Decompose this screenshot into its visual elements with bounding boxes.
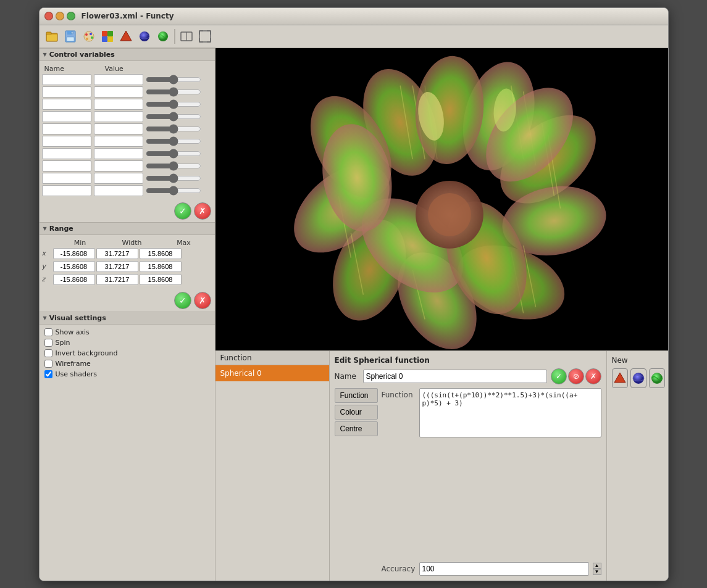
cv-value-7[interactable]	[94, 148, 143, 159]
centre-tab-button[interactable]: Centre	[335, 421, 378, 436]
edit-cancel-button[interactable]: ⊘	[568, 368, 584, 384]
cv-name-7[interactable]	[42, 148, 91, 159]
cv-confirm-button[interactable]: ✓	[174, 202, 191, 220]
use-shaders-checkbox[interactable]	[44, 370, 52, 378]
cv-name-4[interactable]	[42, 111, 91, 122]
range-btn-row: ✓ ✗	[40, 289, 215, 312]
cv-slider-7[interactable]	[146, 149, 201, 158]
cv-value-8[interactable]	[94, 160, 143, 172]
range-y-label: y	[42, 262, 52, 270]
cv-name-5[interactable]	[42, 123, 91, 135]
accuracy-down-button[interactable]: ▼	[593, 569, 601, 575]
svg-rect-12	[102, 31, 107, 36]
accuracy-input[interactable]	[419, 562, 589, 576]
visual-settings-header[interactable]: ▼ Visual settings	[40, 312, 215, 325]
minimize-button[interactable]	[56, 12, 64, 20]
cv-value-9[interactable]	[94, 173, 143, 184]
function-tab-button[interactable]: Function	[335, 388, 378, 403]
range-confirm-button[interactable]: ✓	[174, 292, 191, 309]
cv-name-6[interactable]	[42, 136, 91, 147]
vs-section-label: Visual settings	[49, 314, 106, 322]
range-y-min[interactable]	[53, 261, 95, 272]
range-x-min[interactable]	[53, 248, 95, 259]
range-cancel-button[interactable]: ✗	[194, 292, 211, 309]
new-sphere-button[interactable]	[630, 368, 646, 388]
layout-button[interactable]	[178, 28, 195, 45]
cv-name-10[interactable]	[42, 185, 91, 196]
formula-label: Function	[382, 389, 416, 400]
spin-checkbox[interactable]	[44, 339, 52, 347]
range-y-max[interactable]	[140, 261, 182, 272]
range-triangle-icon: ▼	[43, 226, 47, 231]
accuracy-up-button[interactable]: ▲	[593, 563, 601, 569]
palette-button[interactable]	[80, 28, 98, 45]
cv-name-9[interactable]	[42, 173, 91, 184]
cv-name-3[interactable]	[42, 99, 91, 110]
cv-slider-8[interactable]	[146, 162, 201, 170]
range-z-width[interactable]	[96, 274, 138, 285]
fullscreen-button[interactable]	[196, 28, 214, 45]
sphere-button[interactable]	[136, 28, 153, 45]
cv-cancel-button[interactable]: ✗	[194, 202, 211, 220]
range-x-max[interactable]	[140, 248, 182, 259]
cv-slider-5[interactable]	[146, 125, 201, 133]
cv-slider-9[interactable]	[146, 174, 201, 183]
cv-value-1[interactable]	[94, 74, 143, 85]
range-x-width[interactable]	[96, 248, 138, 259]
cv-btn-row: ✓ ✗	[40, 200, 215, 222]
cv-value-2[interactable]	[94, 86, 143, 97]
cv-value-5[interactable]	[94, 123, 143, 135]
cv-slider-3[interactable]	[146, 100, 201, 109]
svg-point-9	[90, 33, 92, 35]
invert-bg-checkbox[interactable]	[44, 349, 52, 357]
edit-confirm-button[interactable]: ✓	[551, 368, 567, 384]
maximize-button[interactable]	[67, 12, 75, 20]
range-column-headers: Min Width Max	[42, 238, 212, 248]
cv-slider-6[interactable]	[146, 137, 201, 146]
titlebar-buttons	[44, 12, 75, 20]
range-z-min[interactable]	[53, 274, 95, 285]
formula-editor[interactable]: (((sin(t+(p*10))**2)**1.5)+3)*(sin((a+ p…	[419, 388, 601, 437]
wireframe-checkbox[interactable]	[44, 360, 52, 368]
colour-tab-button[interactable]: Colour	[335, 405, 378, 420]
cv-value-6[interactable]	[94, 136, 143, 147]
new-wave-button[interactable]	[649, 368, 665, 388]
cv-slider-10[interactable]	[146, 186, 201, 195]
cv-value-3[interactable]	[94, 99, 143, 110]
new-shape-button[interactable]	[612, 368, 628, 388]
range-z-max[interactable]	[140, 274, 182, 285]
cv-name-8[interactable]	[42, 160, 91, 172]
cv-value-4[interactable]	[94, 111, 143, 122]
range-y-width[interactable]	[96, 261, 138, 272]
name-row: Name ✓ ⊘ ✗	[335, 368, 601, 384]
svg-rect-14	[102, 36, 107, 42]
shape-button[interactable]	[117, 28, 135, 45]
right-content: Function Spherical 0 Edit Spherical func…	[215, 48, 668, 581]
cv-name-2[interactable]	[42, 86, 91, 97]
close-button[interactable]	[44, 12, 53, 20]
main-layout: ▼ Control variables Name Value	[40, 48, 668, 581]
range-header[interactable]: ▼ Range	[40, 222, 215, 235]
cv-value-10[interactable]	[94, 185, 143, 196]
name-field-label: Name	[335, 372, 359, 381]
open-button[interactable]	[43, 28, 61, 45]
wave-button[interactable]	[154, 28, 172, 45]
cv-row-6	[42, 136, 212, 147]
function-list-item-0[interactable]: Spherical 0	[215, 365, 329, 381]
name-input[interactable]	[363, 370, 547, 383]
render-canvas[interactable]	[215, 48, 668, 350]
range-max-header: Max	[158, 239, 210, 247]
cv-row-9	[42, 173, 212, 184]
cv-row-2	[42, 86, 212, 97]
cv-slider-2[interactable]	[146, 88, 201, 96]
cv-name-1[interactable]	[42, 74, 91, 85]
range-section: Min Width Max x y z	[40, 235, 215, 289]
cv-column-headers: Name Value	[42, 64, 212, 74]
cv-slider-1[interactable]	[146, 75, 201, 84]
color-block-button[interactable]	[99, 28, 116, 45]
edit-delete-button[interactable]: ✗	[585, 368, 601, 384]
control-variables-header[interactable]: ▼ Control variables	[40, 48, 215, 61]
save-button[interactable]	[62, 28, 79, 45]
cv-slider-4[interactable]	[146, 112, 201, 121]
show-axis-checkbox[interactable]	[44, 328, 52, 336]
